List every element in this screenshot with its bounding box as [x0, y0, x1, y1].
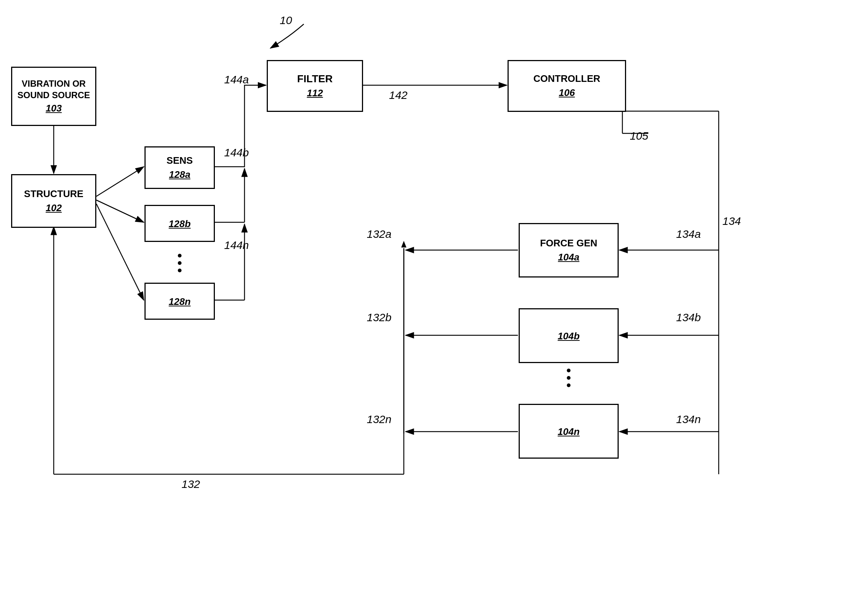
block-sens-a: SENS 128a: [145, 146, 215, 189]
ref-134b: 134b: [676, 311, 701, 324]
svg-point-24: [178, 254, 181, 258]
block-sens-a-ref: 128a: [169, 169, 190, 181]
block-filter-text: FILTER: [297, 72, 333, 86]
ref-105: 105: [630, 130, 648, 142]
ref-132b: 132b: [367, 311, 392, 324]
block-controller: CONTROLLER 106: [507, 60, 626, 112]
block-sens-b-ref: 128b: [169, 218, 190, 231]
diagram-container: VIBRATION ORSOUND SOURCE 103 STRUCTURE 1…: [0, 0, 868, 615]
block-force-gen-a: FORCE GEN 104a: [519, 223, 619, 278]
svg-line-3: [96, 167, 144, 197]
block-force-gen-a-ref: 104a: [558, 251, 579, 264]
ref-132n: 132n: [367, 413, 392, 426]
block-controller-text: CONTROLLER: [534, 73, 601, 85]
ref-132: 132: [181, 478, 200, 490]
block-sens-n: 128n: [145, 283, 215, 320]
block-sens-b: 128b: [145, 205, 215, 242]
block-structure-ref: 102: [45, 202, 61, 214]
block-vibration-source: VIBRATION ORSOUND SOURCE 103: [11, 67, 96, 126]
block-force-gen-n: 104n: [519, 404, 619, 459]
svg-line-5: [96, 204, 144, 300]
block-filter: FILTER 112: [267, 60, 363, 112]
svg-marker-23: [401, 241, 406, 248]
ref-142: 142: [389, 89, 407, 101]
block-sens-n-ref: 128n: [169, 296, 190, 308]
block-structure: STRUCTURE 102: [11, 174, 96, 228]
svg-point-25: [178, 261, 181, 265]
svg-point-28: [567, 376, 570, 380]
block-vibration-source-ref: 103: [45, 102, 61, 115]
block-force-gen-n-ref: 104n: [557, 426, 579, 438]
block-controller-ref: 106: [559, 87, 575, 99]
block-force-gen-b: 104b: [519, 308, 619, 363]
ref-144b: 144b: [224, 146, 249, 159]
block-vibration-source-text: VIBRATION ORSOUND SOURCE: [17, 78, 90, 101]
diagram-lines: [0, 0, 868, 615]
ref-144a: 144a: [224, 73, 249, 86]
svg-line-4: [96, 200, 144, 222]
block-force-gen-b-ref: 104b: [557, 330, 579, 343]
block-sens-a-text: SENS: [167, 155, 193, 167]
ref-134a: 134a: [676, 228, 701, 240]
svg-point-26: [178, 268, 181, 272]
ref-134n: 134n: [676, 413, 701, 426]
ref-134: 134: [723, 215, 741, 228]
svg-point-27: [567, 368, 570, 372]
block-filter-ref: 112: [307, 87, 323, 100]
block-force-gen-a-text: FORCE GEN: [540, 237, 598, 250]
block-structure-text: STRUCTURE: [24, 188, 83, 200]
ref-10: 10: [280, 14, 292, 27]
ref-144n: 144n: [224, 239, 249, 251]
ref-132a: 132a: [367, 228, 392, 240]
svg-point-29: [567, 384, 570, 387]
